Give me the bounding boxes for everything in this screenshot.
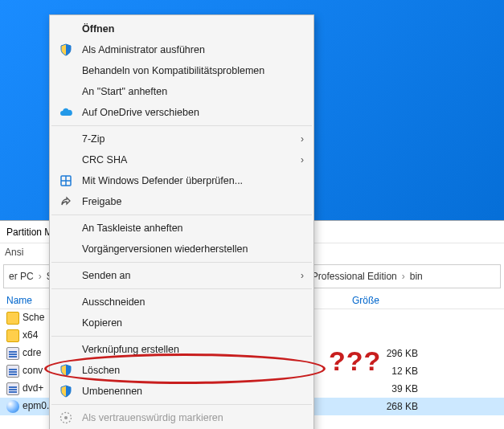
chevron-right-icon: › — [301, 133, 304, 145]
menu-defender[interactable]: Mit Windows Defender überprüfen... — [50, 170, 313, 191]
breadcrumb-seg[interactable]: bin — [410, 271, 423, 282]
menu-pin-start[interactable]: An "Start" anheften — [50, 81, 313, 102]
blank-icon — [58, 131, 74, 147]
menu-copy[interactable]: Kopieren — [50, 313, 313, 333]
menu-onedrive[interactable]: Auf OneDrive verschieben — [50, 102, 313, 123]
trust-icon — [58, 410, 74, 426]
file-size-cell: 268 KB — [352, 401, 424, 412]
chevron-right-icon: › — [39, 271, 42, 282]
menu-7zip[interactable]: 7-Zip › — [50, 129, 313, 149]
file-size-cell: 12 KB — [352, 366, 424, 377]
shield-icon — [58, 362, 74, 378]
menu-pin-taskbar[interactable]: An Taskleiste anheften — [50, 218, 313, 239]
menu-separator — [51, 125, 312, 126]
menu-create-shortcut[interactable]: Verknüpfung erstellen — [50, 339, 313, 360]
menu-delete[interactable]: Löschen — [50, 360, 313, 381]
folder-icon — [6, 329, 19, 342]
blank-icon — [58, 315, 74, 331]
menu-run-as-admin[interactable]: Als Administrator ausführen — [50, 39, 313, 60]
menu-rename[interactable]: Umbenennen — [50, 381, 313, 402]
menu-send-to[interactable]: Senden an › — [50, 265, 313, 286]
blank-icon — [58, 84, 74, 100]
menu-share[interactable]: Freigabe — [50, 191, 313, 212]
menu-mark-trusted[interactable]: Als vertrauenswürdig markieren — [50, 407, 313, 428]
menu-separator — [51, 214, 312, 215]
blank-icon — [58, 294, 74, 310]
menu-separator — [51, 262, 312, 263]
chevron-right-icon: › — [402, 271, 405, 282]
context-menu: Öffnen Als Administrator ausführen Behan… — [49, 14, 314, 429]
menu-cut[interactable]: Ausschneiden — [50, 292, 313, 313]
chevron-right-icon: › — [301, 154, 304, 165]
menu-separator — [51, 288, 312, 289]
cloud-icon — [58, 104, 74, 121]
menu-view-truncated[interactable]: Ansi — [5, 247, 23, 258]
folder-icon — [6, 312, 19, 325]
share-icon — [58, 194, 74, 210]
application-icon — [6, 400, 19, 413]
chevron-right-icon: › — [301, 270, 304, 281]
shield-icon — [58, 383, 74, 399]
menu-compatibility[interactable]: Behandeln von Kompatibilitätsproblemen — [50, 60, 313, 81]
col-size[interactable]: Größe — [352, 295, 424, 306]
menu-open[interactable]: Öffnen — [50, 18, 313, 39]
file-size-cell: 296 KB — [352, 348, 424, 359]
application-icon — [6, 365, 19, 378]
menu-previous-versions[interactable]: Vorgängerversionen wiederherstellen — [50, 239, 313, 259]
menu-crc-sha[interactable]: CRC SHA › — [50, 149, 313, 170]
blank-icon — [58, 241, 74, 257]
defender-icon — [58, 173, 74, 189]
blank-icon — [58, 220, 74, 236]
blank-icon — [58, 152, 74, 168]
file-size-cell: 39 KB — [352, 383, 424, 394]
shield-icon — [58, 42, 74, 58]
blank-icon — [58, 63, 74, 79]
breadcrumb-seg[interactable]: er PC — [9, 271, 34, 282]
blank-icon — [58, 341, 74, 358]
menu-separator — [51, 336, 312, 337]
application-icon — [6, 347, 19, 360]
menu-separator — [51, 404, 312, 405]
blank-icon — [58, 268, 74, 284]
svg-point-2 — [64, 416, 68, 419]
application-icon — [6, 382, 19, 395]
blank-icon — [58, 21, 74, 37]
